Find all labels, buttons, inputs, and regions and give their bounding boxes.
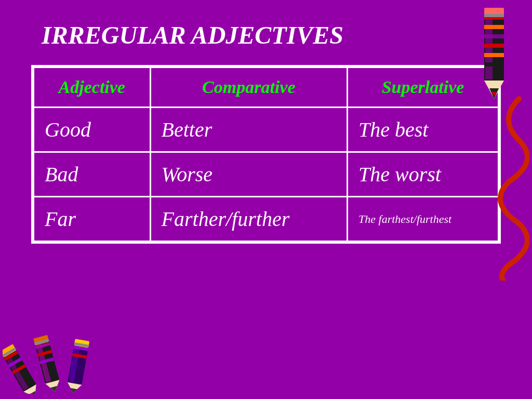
pencil-top-right-icon (470, 3, 519, 104)
adj-bad: Bad (34, 152, 151, 197)
comp-farther: Farther/further (150, 197, 348, 242)
svg-rect-4 (484, 34, 504, 38)
svg-rect-6 (484, 53, 504, 57)
pencils-bottom-left-icon (3, 326, 94, 394)
comp-worse: Worse (150, 152, 348, 197)
super-worst: The worst (348, 152, 499, 197)
header-adjective: Adjective (34, 68, 151, 108)
table-row: Bad Worse The worst (34, 152, 499, 197)
svg-rect-9 (484, 14, 504, 17)
adjectives-table: Adjective Comparative Superlative Good B… (33, 66, 499, 242)
table-header-row: Adjective Comparative Superlative (34, 68, 499, 108)
table-row: Good Better The best (34, 108, 499, 152)
comp-better: Better (150, 108, 348, 152)
page-title: IRREGULAR ADJECTIVES (0, 0, 532, 65)
adjectives-table-container: Adjective Comparative Superlative Good B… (31, 65, 501, 244)
super-farthest: The farthest/furthest (348, 197, 499, 242)
svg-rect-7 (484, 62, 504, 66)
squiggle-right-icon (493, 94, 529, 281)
super-best: The best (348, 108, 499, 152)
adj-good: Good (34, 108, 151, 152)
adj-far: Far (34, 197, 151, 242)
table-row: Far Farther/further The farthest/furthes… (34, 197, 499, 242)
svg-rect-3 (484, 25, 504, 29)
header-comparative: Comparative (150, 68, 348, 108)
svg-rect-5 (484, 44, 504, 48)
